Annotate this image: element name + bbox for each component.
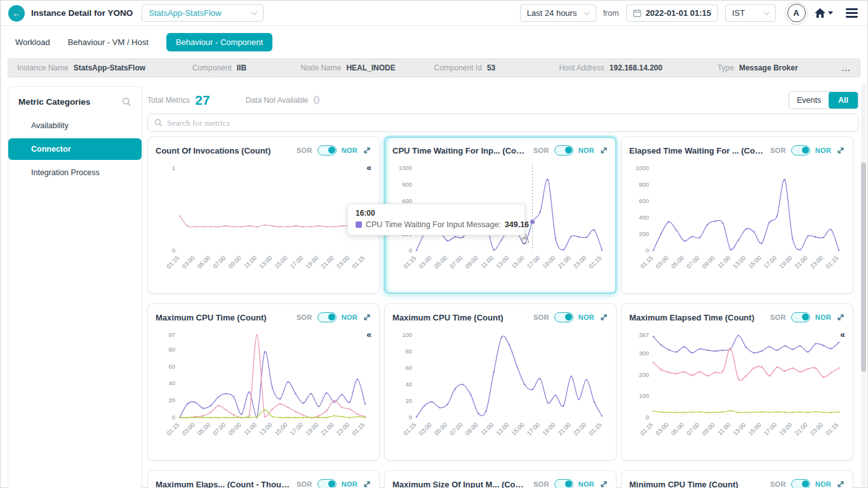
chart-title: Maximum Size Of Input M... (Count) [392,480,528,488]
svg-text:05:00: 05:00 [432,254,448,270]
more-options-ellipsis[interactable]: ... [841,63,851,73]
svg-text:100: 100 [639,392,649,399]
metric-card: Maximum CPU Time (Count) SOR NOR « 97806… [147,303,380,461]
expand-icon[interactable] [363,480,371,488]
sor-nor-toggle[interactable] [554,479,573,488]
field-label: Type [718,63,734,72]
svg-text:01:15: 01:15 [639,421,655,437]
sidebar-title: Metric Categories [18,97,90,107]
expand-icon[interactable] [836,313,845,322]
line-chart[interactable]: 1001:1503:0005:0007:0009:0011:0013:0015:… [156,159,373,277]
scrollbar-thumb[interactable] [861,162,866,372]
sor-nor-toggle[interactable] [791,479,810,488]
instance-selector-dropdown[interactable]: StatsApp-StatsFlow [142,4,264,22]
tab-behaviour-vm-host[interactable]: Behaviour - VM / Host [68,37,149,47]
events-button[interactable]: Events [789,92,829,109]
svg-text:03:00: 03:00 [417,254,433,270]
sor-nor-toggle[interactable] [317,145,337,155]
svg-text:07:00: 07:00 [448,254,464,270]
chevron-down-icon [251,9,258,15]
sidebar-item-connector[interactable]: Connector [8,138,142,160]
sor-label: SOR [770,480,786,488]
svg-text:13:00: 13:00 [495,421,511,437]
line-chart[interactable]: 10080604020001:1503:0005:0007:0009:0011:… [392,326,610,444]
svg-text:600: 600 [639,197,649,204]
field-value: Message Broker [739,63,798,72]
svg-text:300: 300 [639,350,649,357]
time-range-dropdown[interactable]: Last 24 hours [520,4,596,22]
metric-card: Maximum Size Of Input M... (Count) SOR N… [384,470,617,488]
collapse-legend-icon[interactable]: « [840,329,845,340]
chevron-down-icon [584,9,590,15]
date-picker[interactable]: 2022-01-01 01:15 [626,4,718,22]
expand-icon[interactable] [599,480,608,488]
svg-text:05:00: 05:00 [432,421,448,437]
svg-text:60: 60 [405,364,412,371]
tab-behaviour-component[interactable]: Behaviour - Component [166,33,272,51]
svg-text:05:00: 05:00 [196,254,211,270]
collapse-legend-icon[interactable]: « [366,329,371,340]
sor-nor-toggle[interactable] [317,312,337,322]
search-icon[interactable] [122,97,131,107]
line-chart[interactable]: 9780604020001:1503:0005:0007:0009:0011:0… [156,326,373,444]
sidebar-item-availability[interactable]: Availability [8,115,142,136]
svg-text:0: 0 [409,247,412,254]
svg-text:09:00: 09:00 [227,421,243,437]
caret-down-icon [828,11,833,15]
topbar-right-controls: Last 24 hours from 2022-01-01 01:15 IST … [520,3,860,24]
back-button[interactable]: ← [8,5,25,22]
expand-icon[interactable] [363,146,371,155]
svg-text:13:00: 13:00 [731,421,747,437]
svg-text:23:00: 23:00 [571,254,587,270]
expand-icon[interactable] [599,313,608,322]
nor-label: NOR [342,147,357,154]
svg-text:09:00: 09:00 [700,254,716,270]
search-metrics-input[interactable] [167,118,851,128]
sor-nor-toggle[interactable] [554,145,573,155]
svg-text:1000: 1000 [399,164,412,171]
svg-text:800: 800 [639,181,649,188]
svg-text:0: 0 [172,247,175,254]
svg-text:03:00: 03:00 [654,254,670,270]
avatar-button[interactable]: A [787,4,806,22]
sor-label: SOR [297,313,312,321]
home-menu[interactable] [814,8,833,18]
sor-nor-toggle[interactable] [554,312,573,322]
timezone-dropdown[interactable]: IST [725,4,776,22]
nor-label: NOR [815,480,831,488]
tab-workload[interactable]: Workload [15,37,50,47]
svg-text:80: 80 [168,346,175,353]
sor-nor-toggle[interactable] [791,312,810,322]
svg-text:11:00: 11:00 [479,254,495,270]
sor-label: SOR [297,480,312,488]
expand-icon[interactable] [836,146,845,155]
expand-icon[interactable] [836,480,845,488]
svg-text:13:00: 13:00 [258,254,274,270]
sor-label: SOR [533,147,549,154]
svg-text:17:00: 17:00 [288,254,304,270]
line-chart[interactable]: 387300200100001:1503:0005:0007:0009:0011… [629,326,846,444]
svg-text:17:00: 17:00 [762,254,778,270]
line-chart[interactable]: 1000800600400200001:1503:0005:0007:0009:… [629,159,846,277]
nor-label: NOR [815,313,831,321]
line-chart[interactable]: 1000800600400200001:1503:0005:0007:0009:… [392,159,610,277]
metric-card: Count Of Invocations (Count) SOR NOR « 1… [147,136,380,294]
collapse-legend-icon[interactable]: « [366,162,371,173]
hamburger-menu-icon[interactable] [844,6,860,20]
expand-icon[interactable] [599,146,608,155]
time-range-value: Last 24 hours [527,8,577,18]
from-label: from [603,9,619,18]
sor-label: SOR [533,480,549,488]
sor-nor-toggle[interactable] [317,479,337,488]
all-button[interactable]: All [829,92,858,109]
events-all-toggle-group: Events All [789,91,858,109]
svg-text:1: 1 [172,164,175,171]
svg-text:19:00: 19:00 [304,421,320,437]
sor-nor-toggle[interactable] [791,145,810,155]
svg-text:17:00: 17:00 [288,421,304,437]
svg-text:11:00: 11:00 [243,254,258,270]
expand-icon[interactable] [363,313,371,322]
svg-text:40: 40 [405,381,412,388]
home-icon [814,8,826,18]
sidebar-item-integration-process[interactable]: Integration Process [8,162,142,183]
